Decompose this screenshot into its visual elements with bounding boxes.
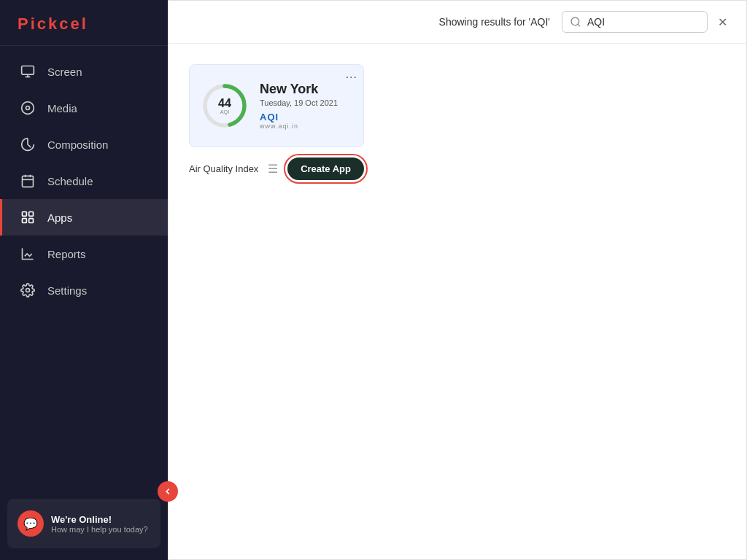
content-area: ··· 44 AQI New York Tuesday, 19 Oct 2021…	[169, 44, 746, 559]
nav-items: Screen Media Composition	[0, 46, 168, 499]
sidebar-item-schedule[interactable]: Schedule	[0, 163, 168, 199]
svg-rect-0	[22, 66, 34, 75]
app-name-label: Air Quality Index	[189, 163, 258, 174]
svg-point-4	[26, 106, 30, 110]
app-card-container: ··· 44 AQI New York Tuesday, 19 Oct 2021…	[189, 64, 364, 180]
chat-avatar: 💬	[18, 510, 44, 537]
schedule-icon	[20, 173, 36, 189]
svg-rect-9	[23, 212, 27, 217]
top-bar: Showing results for 'AQI' ✕	[169, 1, 746, 44]
aqi-value: 44	[218, 96, 231, 109]
sidebar-item-composition-label: Composition	[47, 139, 108, 151]
composition-icon	[20, 136, 36, 152]
apps-icon	[20, 209, 36, 225]
logo: Pickcel	[18, 15, 150, 34]
logo-subtext: www.aqi.in	[260, 122, 338, 130]
chat-subtitle: How may I help you today?	[51, 525, 148, 534]
sidebar-item-screen-label: Screen	[47, 66, 82, 78]
search-box	[562, 11, 708, 33]
search-icon	[570, 16, 581, 28]
sidebar-item-schedule-label: Schedule	[47, 175, 93, 187]
card-logo: AQI www.aqi.in	[260, 112, 338, 130]
chat-widget[interactable]: 💬 We're Online! How may I help you today…	[7, 499, 160, 548]
main-content: Showing results for 'AQI' ✕ ··· 44	[168, 0, 747, 560]
collapse-sidebar-button[interactable]	[158, 481, 178, 502]
chat-title: We're Online!	[51, 514, 148, 525]
logo-text: AQI	[260, 112, 338, 122]
sidebar-item-settings-label: Settings	[47, 284, 87, 297]
showing-results-text: Showing results for 'AQI'	[439, 16, 550, 28]
svg-point-14	[571, 18, 579, 26]
sidebar-item-reports-label: Reports	[47, 248, 86, 260]
card-date: Tuesday, 19 Oct 2021	[260, 98, 338, 107]
sidebar-item-settings[interactable]: Settings	[0, 272, 168, 308]
sidebar-item-media[interactable]: Media	[0, 90, 168, 126]
reports-icon	[20, 246, 36, 262]
media-icon	[20, 100, 36, 116]
app-card: ··· 44 AQI New York Tuesday, 19 Oct 2021…	[189, 64, 364, 147]
card-footer: Air Quality Index ☰ Create App	[189, 158, 364, 180]
sidebar-item-apps-label: Apps	[47, 211, 72, 224]
svg-point-3	[22, 102, 34, 114]
screen-icon	[20, 63, 36, 79]
svg-rect-12	[29, 219, 34, 223]
settings-icon	[20, 282, 36, 298]
search-input[interactable]	[587, 16, 700, 28]
svg-rect-10	[29, 212, 34, 217]
sidebar-item-reports[interactable]: Reports	[0, 236, 168, 272]
svg-point-13	[26, 289, 30, 292]
svg-rect-11	[23, 219, 27, 223]
aqi-label: AQI	[220, 109, 229, 115]
card-city: New York	[260, 82, 338, 97]
menu-lines-icon: ☰	[268, 162, 278, 176]
sidebar-item-composition[interactable]: Composition	[0, 126, 168, 163]
sidebar-item-media-label: Media	[47, 102, 77, 114]
sidebar-item-apps[interactable]: Apps	[0, 199, 168, 236]
card-menu-button[interactable]: ···	[346, 71, 357, 84]
logo-area: Pickcel	[0, 0, 168, 46]
aqi-gauge: 44 AQI	[198, 79, 251, 132]
sidebar-item-screen[interactable]: Screen	[0, 53, 168, 90]
svg-line-15	[578, 24, 580, 26]
clear-search-button[interactable]: ✕	[716, 15, 729, 29]
card-body: 44 AQI New York Tuesday, 19 Oct 2021 AQI…	[198, 74, 355, 138]
svg-rect-5	[23, 176, 34, 187]
create-app-button[interactable]: Create App	[287, 158, 364, 180]
sidebar: Pickcel Screen Media	[0, 0, 168, 560]
